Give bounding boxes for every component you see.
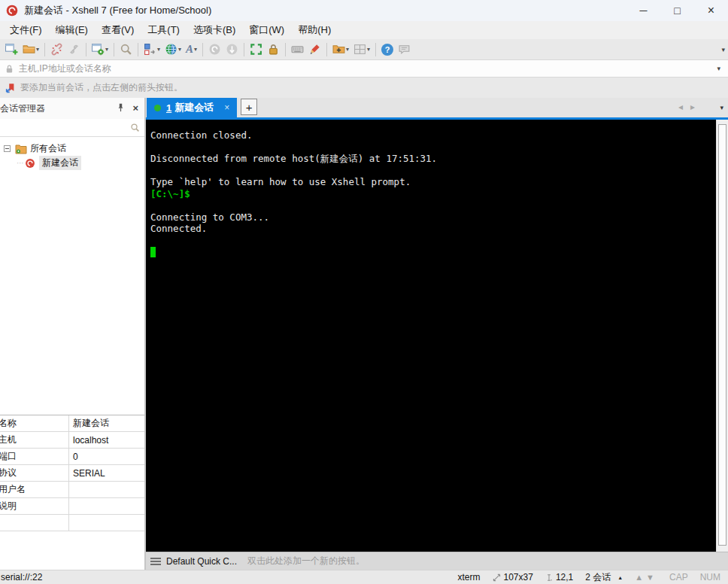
session-search-icon[interactable] bbox=[130, 123, 140, 132]
host-address-input[interactable] bbox=[19, 63, 714, 74]
connection-string: serial://:22 bbox=[0, 572, 42, 582]
open-folder-caret[interactable]: ▾ bbox=[36, 46, 39, 53]
compose-caret[interactable]: ▾ bbox=[157, 46, 160, 53]
highlight-icon[interactable] bbox=[306, 41, 323, 59]
connected-status-dot bbox=[154, 105, 161, 111]
terminal-cursor bbox=[150, 247, 156, 257]
maximize-button[interactable]: □ bbox=[660, 0, 694, 21]
tile-windows-icon[interactable]: ▾ bbox=[351, 41, 372, 59]
address-dropdown-caret[interactable]: ▾ bbox=[714, 65, 723, 72]
xshell-launch-icon[interactable] bbox=[206, 41, 223, 59]
session-property-grid: 名称 新建会话 主机 localhost 端口 0 协议 SERIAL 用户名 bbox=[0, 415, 144, 570]
web-browser-icon[interactable]: ▾ bbox=[162, 41, 184, 59]
session-search-input[interactable] bbox=[5, 123, 130, 133]
web-browser-caret[interactable]: ▾ bbox=[178, 46, 181, 53]
session-prev-next-arrows[interactable]: ▲▼ bbox=[635, 573, 657, 582]
feedback-icon[interactable] bbox=[396, 41, 413, 59]
menu-window[interactable]: 窗口(W) bbox=[242, 21, 291, 39]
tile-windows-caret[interactable]: ▾ bbox=[367, 46, 370, 53]
session-properties-icon[interactable]: ▾ bbox=[89, 41, 111, 59]
menu-bar: 文件(F) 编辑(E) 查看(V) 工具(T) 选项卡(B) 窗口(W) 帮助(… bbox=[0, 21, 728, 39]
tab-close-icon[interactable]: × bbox=[224, 102, 229, 113]
tab-session-1[interactable]: 1 新建会话 × bbox=[147, 98, 237, 117]
menu-help[interactable]: 帮助(H) bbox=[291, 21, 338, 39]
xftp-launch-icon[interactable] bbox=[223, 41, 241, 59]
xshell-logo-icon bbox=[6, 5, 18, 17]
virtual-keyboard-icon[interactable] bbox=[289, 41, 306, 59]
terminal-line bbox=[150, 199, 716, 211]
new-tab-button[interactable]: + bbox=[241, 99, 257, 115]
property-row-name: 名称 新建会话 bbox=[0, 415, 144, 432]
property-value: localhost bbox=[69, 432, 144, 448]
sessions-folder-icon bbox=[15, 144, 27, 154]
help-icon[interactable]: ? bbox=[379, 41, 396, 59]
cursor-position-icon bbox=[545, 573, 553, 582]
property-row-port: 端口 0 bbox=[0, 449, 144, 465]
num-lock-indicator: NUM bbox=[700, 572, 720, 582]
property-value bbox=[69, 498, 144, 514]
tab-number: 1 bbox=[166, 102, 171, 114]
add-session-flag-icon bbox=[5, 83, 16, 93]
session-count-dropdown[interactable]: 2 会话 ▲ bbox=[585, 571, 623, 584]
property-value bbox=[69, 482, 144, 497]
terminal-line: Connecting to COM3... bbox=[150, 211, 716, 224]
toolbar-overflow-caret[interactable]: ▾ bbox=[721, 46, 725, 53]
window-title: 新建会话 - Xshell 7 (Free for Home/School) bbox=[24, 4, 211, 17]
tree-collapse-icon[interactable] bbox=[4, 145, 11, 152]
terminal-line: Connection closed. bbox=[150, 129, 716, 141]
quick-command-menu-icon[interactable] bbox=[150, 558, 161, 565]
lock-screen-icon[interactable] bbox=[265, 41, 282, 59]
tree-item-session[interactable]: ⋯ 新建会话 bbox=[0, 156, 144, 170]
status-bar: serial://:22 xterm 107x37 12,1 2 会话 ▲ ▲▼… bbox=[0, 570, 728, 584]
cursor-position-value: 12,1 bbox=[556, 572, 573, 582]
terminal-type: xterm bbox=[458, 572, 481, 582]
menu-file[interactable]: 文件(F) bbox=[3, 21, 49, 39]
property-value: 0 bbox=[69, 449, 144, 464]
info-bar-message: 要添加当前会话，点击左侧的箭头按钮。 bbox=[20, 81, 183, 94]
tab-list-caret[interactable]: ▾ bbox=[720, 104, 723, 111]
find-icon[interactable] bbox=[117, 41, 135, 59]
pin-panel-icon[interactable] bbox=[117, 103, 125, 114]
property-label: 名称 bbox=[0, 417, 17, 430]
open-folder-icon[interactable]: ▾ bbox=[20, 41, 41, 59]
property-label: 说明 bbox=[0, 500, 17, 513]
compose-icon[interactable]: ▾ bbox=[141, 41, 162, 59]
disconnect-icon[interactable] bbox=[48, 41, 65, 59]
address-lock-icon bbox=[5, 64, 14, 74]
tab-scroll-arrows[interactable]: ◂▸ bbox=[678, 102, 702, 112]
cursor-position: 12,1 bbox=[545, 572, 573, 582]
menu-edit[interactable]: 编辑(E) bbox=[49, 21, 95, 39]
session-properties-caret[interactable]: ▾ bbox=[105, 46, 108, 53]
font-caret[interactable]: ▾ bbox=[194, 46, 197, 53]
new-session-folder-icon[interactable]: ▾ bbox=[330, 41, 351, 59]
reconnect-icon[interactable] bbox=[65, 41, 83, 59]
font-icon[interactable]: A▾ bbox=[184, 41, 199, 59]
close-panel-icon[interactable]: × bbox=[132, 104, 138, 113]
terminal-cursor-line bbox=[150, 246, 716, 258]
title-bar: 新建会话 - Xshell 7 (Free for Home/School) ─… bbox=[0, 0, 728, 21]
menu-tools[interactable]: 工具(T) bbox=[141, 21, 187, 39]
property-label: 用户名 bbox=[0, 483, 26, 496]
terminal-screen[interactable]: Connection closed. Disconnected from rem… bbox=[146, 120, 716, 552]
new-session-folder-caret[interactable]: ▾ bbox=[346, 46, 349, 53]
tab-label: 新建会话 bbox=[174, 101, 214, 114]
terminal-line: Connected. bbox=[150, 223, 716, 235]
toolbar: ▾ ▾ ▾ ▾ A▾ ▾ ▾ ? ▾ bbox=[0, 39, 728, 60]
close-button[interactable]: × bbox=[694, 0, 728, 21]
menu-tab[interactable]: 选项卡(B) bbox=[187, 21, 242, 39]
property-row-username: 用户名 bbox=[0, 482, 144, 498]
scrollbar-thumb[interactable] bbox=[718, 124, 726, 546]
session-count-caret-icon: ▲ bbox=[617, 575, 623, 580]
tree-item-all-sessions[interactable]: 所有会话 bbox=[0, 141, 144, 156]
menu-view[interactable]: 查看(V) bbox=[95, 21, 141, 39]
terminal-line bbox=[150, 235, 716, 247]
terminal-scrollbar[interactable] bbox=[716, 120, 728, 552]
arrow-up-icon: ▲ bbox=[635, 573, 646, 582]
quick-command-hint[interactable]: 双击此处添加一个新的按钮。 bbox=[247, 555, 365, 567]
quick-command-set-label[interactable]: Default Quick C... bbox=[166, 556, 237, 567]
minimize-button[interactable]: ─ bbox=[626, 0, 660, 21]
xshell-window: 新建会话 - Xshell 7 (Free for Home/School) ─… bbox=[0, 0, 728, 584]
new-session-icon[interactable] bbox=[3, 41, 20, 59]
fullscreen-icon[interactable] bbox=[247, 41, 265, 59]
caps-lock-indicator: CAP bbox=[669, 572, 688, 582]
